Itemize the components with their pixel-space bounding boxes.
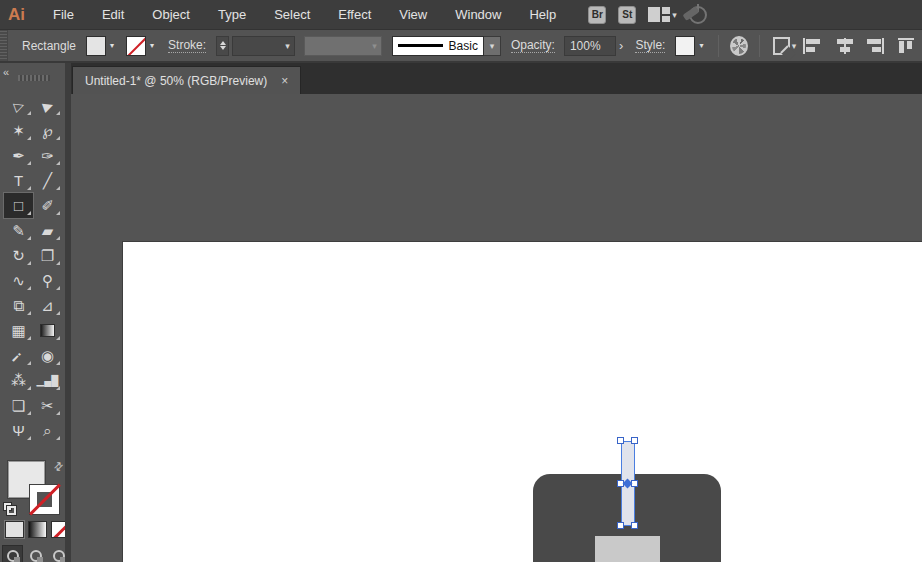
fill-swatch[interactable] [86,36,106,56]
artboard-tool[interactable]: ❏ [4,393,33,418]
selection-handle-top-right[interactable] [631,437,638,444]
slice-tool-icon: ✂ [41,397,54,415]
stock-button[interactable]: St [618,6,636,24]
menu-file[interactable]: File [39,0,88,30]
chevron-down-icon: ▾ [285,41,290,51]
symbol-sprayer-tool[interactable]: ⁂ [4,368,33,393]
artboard[interactable] [122,241,922,562]
pasteboard[interactable] [71,94,922,562]
panel-grip[interactable] [18,75,50,81]
zoom-tool-icon: ⌕ [43,422,51,440]
selection-tool[interactable]: ▷ [4,93,33,118]
control-bar: Rectangle ▾ ▾ Stroke: ▾ ▾ Basic ▾ Opacit… [0,30,922,63]
menu-view[interactable]: View [385,0,441,30]
document-tab-bar: Untitled-1* @ 50% (RGB/Preview) × [71,63,922,94]
touch-workspace-icon[interactable] [689,6,707,24]
shaper-tool[interactable]: ✎ [4,218,33,243]
workspace-switcher[interactable]: ▾ [648,7,677,22]
lasso-tool[interactable]: ℘ [33,118,62,143]
selection-handle-top-left[interactable] [617,437,624,444]
shape-builder-tool[interactable]: ⧉ [4,293,33,318]
slice-tool[interactable]: ✂ [33,393,62,418]
stroke-weight-dropdown[interactable]: ▾ [232,36,294,56]
draw-behind-mode-button[interactable] [25,545,46,562]
hand-tool[interactable]: Ψ [4,418,33,443]
shape-properties-icon[interactable] [773,37,789,55]
eraser-tool[interactable]: ▰ [33,218,62,243]
rotate-tool-icon: ↻ [12,247,25,265]
style-label[interactable]: Style: [635,38,665,53]
align-left-icon[interactable] [803,38,820,54]
stroke-label[interactable]: Stroke: [168,38,206,53]
line-segment-tool[interactable]: ╱ [33,168,62,193]
default-fill-stroke-icon[interactable] [3,502,16,515]
close-tab-icon[interactable]: × [281,74,288,88]
pen-tool[interactable]: ✒ [4,143,33,168]
stroke-weight-stepper[interactable] [216,36,229,56]
selection-handle-bottom-left[interactable] [617,522,624,529]
paintbrush-tool[interactable]: ✐ [33,193,62,218]
align-top-icon[interactable] [898,38,915,54]
column-graph-tool[interactable]: ▁▄█ [33,368,62,393]
opacity-flyout-arrow[interactable]: › [619,38,623,53]
swap-fill-stroke-icon[interactable]: ⇄ [51,459,67,475]
align-center-icon[interactable] [835,38,852,54]
opacity-label[interactable]: Opacity: [511,38,555,53]
light-gray-square-shape[interactable] [595,536,660,562]
stroke-color-control[interactable]: ▾ [126,36,158,56]
panel-grip-handle[interactable] [0,30,8,62]
draw-normal-mode-button[interactable] [2,545,23,562]
bridge-button[interactable]: Br [588,6,606,24]
menu-edit[interactable]: Edit [88,0,138,30]
gradient-tool[interactable] [33,318,62,343]
brush-definition-value[interactable]: Basic [392,36,484,56]
recolor-artwork-icon[interactable] [730,36,748,56]
menu-object[interactable]: Object [138,0,204,30]
menu-window[interactable]: Window [441,0,515,30]
type-tool[interactable]: T [4,168,33,193]
chevron-down-icon[interactable]: ▾ [792,41,797,51]
tools-panel: « ▷ ▶ ✶ ℘ ✒ ✑ T ╱ □ ✐ ✎ ▰ ↻ ❐ ∿ ⚲ ⧉ ⊿ ▦ … [0,63,71,562]
shape-builder-tool-icon: ⧉ [13,297,24,315]
chevron-down-icon[interactable]: ▾ [106,41,118,50]
draw-normal-icon [7,550,19,562]
rectangle-tool[interactable]: □ [4,193,33,218]
brush-dropdown-button[interactable]: ▾ [484,36,501,56]
graphic-style-control[interactable]: ▾ [675,36,707,56]
color-button[interactable] [5,521,24,538]
none-button[interactable] [51,521,70,538]
stroke-none-swatch[interactable] [126,36,146,56]
align-right-icon[interactable] [866,38,883,54]
menu-help[interactable]: Help [515,0,570,30]
blend-tool[interactable]: ◉ [33,343,62,368]
chevron-down-icon: ▾ [672,10,677,20]
none-slash-icon [126,36,146,56]
rotate-tool[interactable]: ↻ [4,243,33,268]
mesh-tool[interactable]: ▦ [4,318,33,343]
menu-effect[interactable]: Effect [324,0,385,30]
zoom-tool[interactable]: ⌕ [33,418,62,443]
curvature-tool[interactable]: ✑ [33,143,62,168]
puppet-warp-tool[interactable]: ⚲ [33,268,62,293]
magic-wand-tool[interactable]: ✶ [4,118,33,143]
scale-tool[interactable]: ❐ [33,243,62,268]
style-swatch[interactable] [675,36,695,56]
collapse-panel-button[interactable]: « [3,66,9,78]
direct-selection-tool[interactable]: ▶ [33,93,62,118]
fill-color-control[interactable]: ▾ [86,36,118,56]
chevron-down-icon[interactable]: ▾ [695,41,707,50]
brush-definition-dropdown[interactable]: Basic ▾ [392,36,501,56]
chevron-down-icon[interactable]: ▾ [146,41,158,50]
perspective-grid-tool[interactable]: ⊿ [33,293,62,318]
document-tab[interactable]: Untitled-1* @ 50% (RGB/Preview) × [72,66,301,94]
gradient-button[interactable] [28,521,47,538]
menu-select[interactable]: Select [260,0,324,30]
menu-type[interactable]: Type [204,0,260,30]
width-tool[interactable]: ∿ [4,268,33,293]
eyedropper-tool[interactable]: ¡ [4,343,33,368]
opacity-field[interactable]: 100% [564,36,616,56]
selection-handle-bottom-right[interactable] [631,522,638,529]
stroke-proxy-swatch[interactable] [30,485,59,514]
draw-inside-icon [53,550,65,562]
draw-inside-mode-button[interactable] [48,545,69,562]
